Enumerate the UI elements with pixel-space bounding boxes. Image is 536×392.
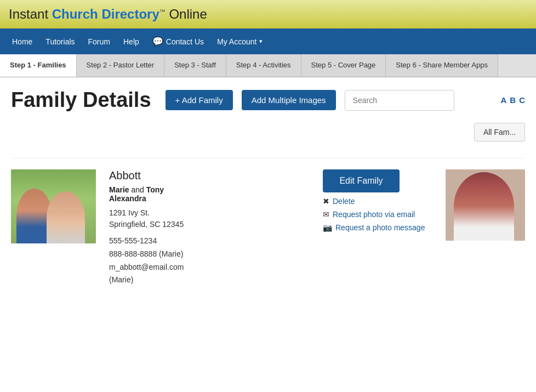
- step-4-tab[interactable]: Step 4 - Activities: [226, 54, 301, 77]
- family-info: Abbott Marie and Tony Alexandra 1291 Ivy…: [109, 169, 310, 287]
- step-6-tab[interactable]: Step 6 - Share Member Apps: [386, 54, 498, 77]
- family-contact: 555-555-1234 888-888-8888 (Marie) m_abbo…: [109, 235, 310, 287]
- steps-nav: Step 1 - Families Step 2 - Pastor Letter…: [0, 54, 536, 77]
- member-1: Marie: [109, 185, 129, 194]
- step-1-tab[interactable]: Step 1 - Families: [0, 54, 77, 77]
- family-card: Abbott Marie and Tony Alexandra 1291 Ivy…: [11, 158, 525, 298]
- main-nav: Home Tutorials Forum Help 💬 Contact Us M…: [0, 29, 536, 54]
- family-members: Marie and Tony Alexandra: [109, 185, 310, 203]
- delete-icon: ✖: [323, 197, 329, 206]
- alpha-links: A B C: [500, 95, 525, 105]
- nav-contact[interactable]: 💬 Contact Us: [146, 29, 210, 54]
- person-2-silhouette: [47, 191, 85, 243]
- delete-family-link[interactable]: ✖ Delete: [323, 197, 432, 206]
- request-photo-email-link[interactable]: ✉ Request photo via email: [323, 210, 432, 219]
- alpha-link-b[interactable]: B: [510, 95, 516, 105]
- family-photo: [11, 169, 96, 243]
- logo-online: Online: [166, 7, 207, 21]
- nav-tutorials[interactable]: Tutorials: [39, 30, 81, 54]
- all-families-row: All Fam...: [11, 123, 525, 141]
- top-header: Instant Church Directory™ Online: [0, 0, 536, 29]
- member-3: Alexandra: [109, 194, 146, 203]
- alpha-link-a[interactable]: A: [500, 95, 506, 105]
- nav-forum[interactable]: Forum: [82, 30, 117, 54]
- logo-tm: ™: [159, 8, 166, 15]
- address-line1: 1291 Ivy St.: [109, 207, 310, 219]
- add-family-button[interactable]: + Add Family: [166, 90, 233, 110]
- family-name: Abbott: [109, 169, 310, 182]
- logo: Instant Church Directory™ Online: [9, 7, 207, 22]
- edit-family-button[interactable]: Edit Family: [323, 169, 400, 192]
- phone2: 888-888-8888 (Marie): [109, 248, 310, 261]
- main-content: Family Details + Add Family Add Multiple…: [0, 77, 536, 309]
- step-2-tab[interactable]: Step 2 - Pastor Letter: [77, 54, 165, 77]
- phone1: 555-555-1234: [109, 235, 310, 248]
- dropdown-arrow-icon: ▾: [259, 38, 263, 45]
- family-actions: Edit Family ✖ Delete ✉ Request photo via…: [323, 169, 432, 232]
- message-icon: 📷: [323, 223, 332, 232]
- woman-figure: [454, 172, 514, 241]
- request-photo-message-link[interactable]: 📷 Request a photo message: [323, 223, 432, 232]
- member-photo: [446, 169, 525, 241]
- logo-church: Church Directory: [52, 7, 159, 21]
- member-2: Tony: [146, 185, 164, 194]
- nav-help[interactable]: Help: [117, 30, 146, 54]
- page-title: Family Details: [11, 88, 151, 112]
- alpha-link-c[interactable]: C: [519, 95, 525, 105]
- address-line2: Springfield, SC 12345: [109, 219, 310, 230]
- all-families-button[interactable]: All Fam...: [474, 123, 525, 141]
- chat-icon: 💬: [152, 36, 163, 47]
- step-3-tab[interactable]: Step 3 - Staff: [164, 54, 226, 77]
- family-header: Family Details + Add Family Add Multiple…: [11, 88, 525, 112]
- logo-plain: Instant: [9, 7, 52, 21]
- search-input[interactable]: [345, 90, 454, 111]
- email: m_abbott@email.com (Marie): [109, 261, 310, 287]
- nav-my-account[interactable]: My Account ▾: [210, 30, 269, 54]
- add-multiple-images-button[interactable]: Add Multiple Images: [242, 90, 336, 110]
- family-address: 1291 Ivy St. Springfield, SC 12345: [109, 207, 310, 230]
- step-5-tab[interactable]: Step 5 - Cover Page: [301, 54, 386, 77]
- email-icon: ✉: [323, 210, 329, 219]
- nav-home[interactable]: Home: [5, 30, 39, 54]
